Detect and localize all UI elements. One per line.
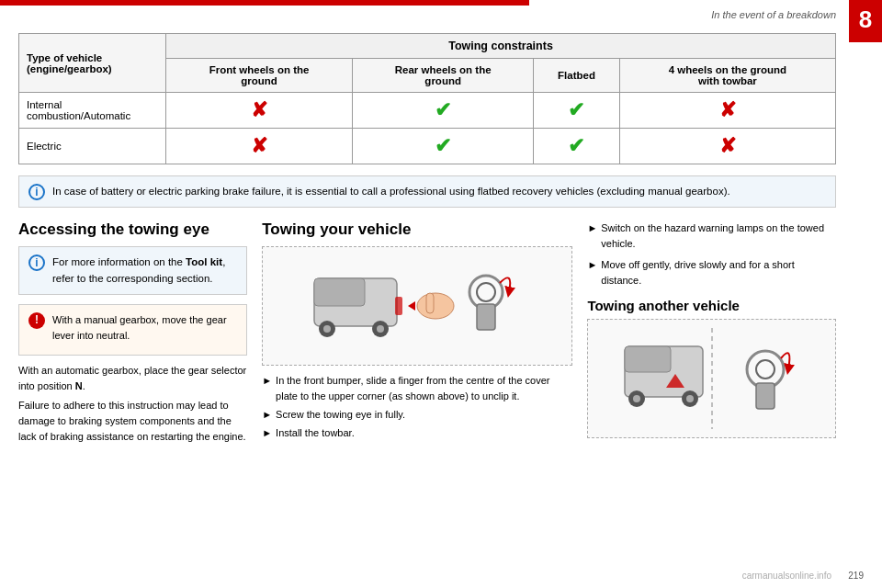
cross-icon: ✘ — [719, 98, 736, 121]
4wheels-cell-row1: ✘ — [619, 93, 835, 129]
towing-eye-diagram — [262, 246, 572, 366]
check-icon: ✔ — [435, 98, 451, 121]
bullet-text-2: Screw the towing eye in fully. — [276, 407, 405, 423]
warn-line2: With an automatic gearbox, place the gea… — [18, 363, 247, 394]
page-header: In the event of a breakdown — [711, 9, 836, 20]
three-column-layout: Accessing the towing eye i For more info… — [18, 220, 836, 448]
towing-another-diagram — [587, 319, 836, 438]
towing-another-title: Towing another vehicle — [587, 298, 836, 313]
bullet-arrow-3: ► — [262, 425, 272, 441]
warn-icon: ! — [28, 312, 45, 329]
svg-point-22 — [756, 360, 775, 379]
towing-eye-svg — [307, 251, 527, 361]
table-row: Electric ✘ ✔ ✔ ✘ — [19, 129, 836, 164]
flatbed-cell-row2: ✔ — [534, 129, 620, 164]
another-vehicle-svg — [620, 323, 804, 434]
bullet-3: ► Install the towbar. — [262, 425, 572, 441]
svg-rect-15 — [625, 346, 671, 372]
towing-eye-section: Accessing the towing eye i For more info… — [18, 220, 247, 448]
svg-rect-6 — [395, 297, 402, 315]
bullet-arrow-1: ► — [262, 373, 272, 389]
info-icon-2: i — [28, 254, 45, 271]
svg-rect-23 — [756, 383, 775, 409]
svg-rect-12 — [477, 304, 495, 330]
col-flatbed-header: Flatbed — [534, 59, 620, 93]
col-4wheels-header: 4 wheels on the groundwith towbar — [619, 59, 835, 93]
warn-line1: With a manual gearbox, move the gear lev… — [52, 312, 235, 344]
right-section: ► Switch on the hazard warning lamps on … — [587, 220, 836, 448]
front-cell-row2: ✘ — [166, 129, 353, 164]
check-icon: ✔ — [568, 98, 584, 121]
cross-icon: ✘ — [251, 134, 267, 157]
bullet-arrow-hazard: ► — [587, 220, 597, 236]
towing-eye-warn-box: ! With a manual gearbox, move the gear l… — [18, 304, 247, 356]
vehicle-type-cell-2: Electric — [19, 129, 166, 164]
svg-point-21 — [747, 351, 784, 388]
col-front-header: Front wheels on theground — [166, 59, 353, 93]
towing-eye-title: Accessing the towing eye — [18, 220, 247, 239]
svg-point-17 — [633, 395, 640, 402]
svg-point-19 — [686, 395, 694, 402]
towing-eye-info-box: i For more information on the Tool kit,r… — [18, 246, 247, 295]
check-icon: ✔ — [568, 134, 584, 157]
table-row: Internal combustion/Automatic ✘ ✔ ✔ ✘ — [19, 93, 836, 129]
4wheels-cell-row2: ✘ — [619, 129, 835, 164]
bullet-2: ► Screw the towing eye in fully. — [262, 407, 572, 423]
table-note-box: i In case of battery or electric parking… — [18, 175, 836, 208]
bullet-hazard: ► Switch on the hazard warning lamps on … — [587, 220, 836, 252]
page-number-bottom: 219 — [848, 571, 864, 581]
info-text-prefix: For more information on the — [52, 256, 186, 267]
towing-vehicle-section: Towing your vehicle — [262, 220, 572, 448]
bullet-1: ► In the front bumper, slide a finger fr… — [262, 373, 572, 404]
page-tab-number: 8 — [849, 0, 882, 42]
rear-cell-row1: ✔ — [353, 93, 534, 129]
vehicle-type-cell: Internal combustion/Automatic — [19, 93, 166, 129]
svg-marker-7 — [408, 301, 415, 311]
svg-point-11 — [477, 283, 495, 301]
tool-kit-link: Tool kit — [186, 256, 222, 267]
col-rear-header: Rear wheels on theground — [353, 59, 534, 93]
front-cell-row1: ✘ — [166, 93, 353, 129]
col-vehicle-type: Type of vehicle(engine/gearbox) — [19, 34, 166, 93]
warn-line3: Failure to adhere to this instruction ma… — [18, 398, 247, 445]
table-main-header: Towing constraints — [166, 34, 836, 59]
bullet-text-3: Install the towbar. — [276, 425, 355, 441]
table-note-text: In case of battery or electric parking b… — [52, 186, 730, 197]
towing-vehicle-title: Towing your vehicle — [262, 220, 572, 239]
svg-point-5 — [377, 325, 384, 333]
bullet-text-1: In the front bumper, slide a finger from… — [276, 373, 572, 404]
bullet-arrow-2: ► — [262, 407, 272, 423]
cross-icon: ✘ — [251, 98, 267, 121]
top-red-bar — [0, 0, 529, 6]
towing-constraints-table: Type of vehicle(engine/gearbox) Towing c… — [18, 33, 836, 164]
bullet-move: ► Move off gently, drive slowly and for … — [587, 257, 836, 288]
check-icon: ✔ — [435, 134, 451, 157]
svg-point-3 — [323, 325, 331, 333]
svg-point-8 — [417, 293, 454, 319]
flatbed-cell-row1: ✔ — [534, 93, 620, 129]
watermark-text: carmanualsonline.info — [742, 571, 831, 581]
main-content: Type of vehicle(engine/gearbox) Towing c… — [0, 11, 882, 463]
cross-icon: ✘ — [719, 134, 736, 157]
svg-rect-9 — [426, 293, 434, 313]
rear-cell-row2: ✔ — [353, 129, 534, 164]
bullet-text-move: Move off gently, drive slowly and for a … — [601, 257, 836, 288]
svg-rect-1 — [314, 278, 365, 306]
bullet-arrow-move: ► — [587, 257, 597, 273]
bullet-text-hazard: Switch on the hazard warning lamps on th… — [601, 220, 836, 252]
info-icon: i — [28, 184, 45, 200]
